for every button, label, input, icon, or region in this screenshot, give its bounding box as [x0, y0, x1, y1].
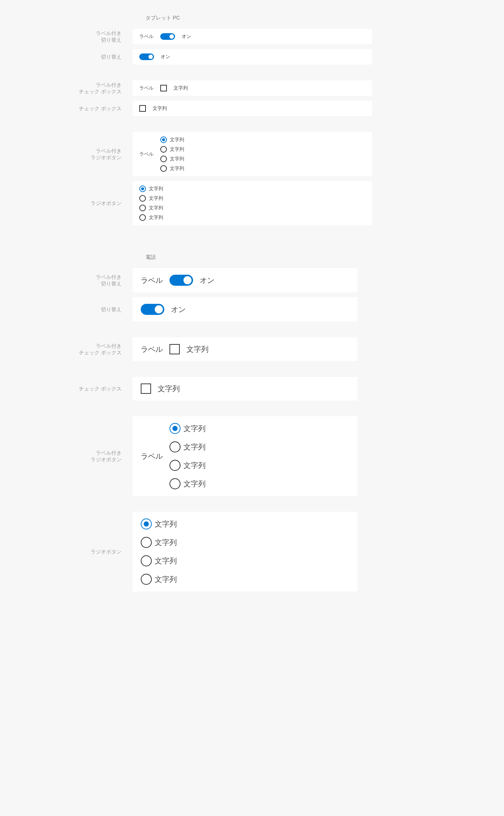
radio-option[interactable]: 文字列	[139, 195, 163, 202]
row-label: ラベル付き チェック ボックス	[0, 81, 133, 95]
radio-text: 文字列	[149, 195, 163, 202]
row-label: ラベル付き ラジオボタン	[0, 449, 133, 463]
row-labeled-radio-phone: ラベル付き ラジオボタン ラベル 文字列 文字列 文字列 文字列	[0, 416, 504, 496]
toggle-inner-label: ラベル	[141, 275, 163, 285]
radio-text: 文字列	[183, 424, 206, 434]
checkbox-text: 文字列	[158, 384, 180, 394]
radio-option[interactable]: 文字列	[160, 146, 184, 153]
radio-button[interactable]	[169, 460, 181, 471]
radio-text: 文字列	[155, 556, 177, 566]
card-radio: 文字列 文字列 文字列 文字列	[133, 512, 357, 591]
radio-option[interactable]: 文字列	[141, 574, 177, 585]
radio-option[interactable]: 文字列	[169, 478, 206, 489]
radio-button[interactable]	[139, 214, 146, 221]
toggle-switch[interactable]	[160, 33, 175, 40]
radio-group: 文字列 文字列 文字列 文字列	[160, 136, 184, 172]
checkbox[interactable]	[141, 383, 151, 394]
row-label: 切り替え	[0, 306, 133, 313]
row-label-line1: ラベル付き	[96, 82, 122, 88]
card-labeled-radio: ラベル 文字列 文字列 文字列 文字列	[133, 416, 357, 496]
radio-inner-label: ラベル	[139, 151, 154, 157]
radio-text: 文字列	[183, 461, 206, 470]
row-label: ラベル付き 切り替え	[0, 30, 133, 43]
radio-button[interactable]	[141, 555, 152, 566]
row-label: ラジオボタン	[0, 200, 133, 206]
radio-group: 文字列 文字列 文字列 文字列	[141, 518, 177, 585]
radio-option[interactable]: 文字列	[139, 214, 163, 221]
card-checkbox: 文字列	[133, 101, 372, 116]
radio-button[interactable]	[139, 185, 146, 192]
toggle-knob-icon	[183, 276, 192, 284]
row-label-line2: ラジオボタン	[0, 154, 122, 161]
row-checkbox-tablet: チェック ボックス 文字列	[0, 101, 504, 116]
row-label-line1: ラベル付き	[96, 343, 122, 349]
radio-option[interactable]: 文字列	[160, 165, 184, 172]
row-label: 切り替え	[0, 53, 133, 60]
card-labeled-radio: ラベル 文字列 文字列 文字列 文字列	[133, 132, 372, 176]
radio-option[interactable]: 文字列	[169, 423, 206, 434]
radio-button[interactable]	[160, 156, 167, 162]
card-radio: 文字列 文字列 文字列 文字列	[133, 181, 372, 225]
radio-button[interactable]	[141, 537, 152, 548]
radio-option[interactable]: 文字列	[141, 555, 177, 566]
section-header-phone: 電話	[146, 254, 504, 261]
row-label-line2: 切り替え	[0, 37, 122, 43]
row-label-line1: ラベル付き	[96, 30, 122, 36]
radio-button[interactable]	[141, 518, 152, 529]
row-labeled-checkbox-tablet: ラベル付き チェック ボックス ラベル 文字列	[0, 80, 504, 96]
checkbox[interactable]	[139, 105, 146, 112]
row-label: ラジオボタン	[0, 548, 133, 555]
toggle-switch[interactable]	[169, 275, 193, 286]
card-checkbox: 文字列	[133, 377, 357, 400]
card-labeled-checkbox: ラベル 文字列	[133, 337, 357, 361]
row-labeled-toggle-tablet: ラベル付き 切り替え ラベル オン	[0, 29, 504, 44]
row-toggle-tablet: 切り替え オン	[0, 49, 504, 65]
toggle-knob-icon	[169, 34, 174, 39]
toggle-inner-label: ラベル	[139, 33, 154, 40]
radio-text: 文字列	[170, 146, 184, 153]
radio-option[interactable]: 文字列	[139, 205, 163, 211]
radio-text: 文字列	[170, 156, 184, 162]
radio-button[interactable]	[169, 478, 181, 489]
checkbox[interactable]	[160, 85, 167, 91]
toggle-state-text: オン	[171, 305, 186, 315]
radio-button[interactable]	[160, 165, 167, 172]
radio-button[interactable]	[160, 136, 167, 143]
radio-dot-icon	[144, 521, 149, 527]
radio-dot-icon	[141, 187, 144, 190]
checkbox-inner-label: ラベル	[139, 85, 154, 91]
radio-text: 文字列	[170, 136, 184, 143]
radio-text: 文字列	[155, 574, 177, 584]
radio-button[interactable]	[141, 574, 152, 585]
checkbox[interactable]	[169, 344, 180, 354]
radio-option[interactable]: 文字列	[139, 185, 163, 192]
radio-option[interactable]: 文字列	[169, 460, 206, 471]
toggle-state-text: オン	[182, 33, 191, 40]
row-label: ラベル付き 切り替え	[0, 274, 133, 287]
radio-group: 文字列 文字列 文字列 文字列	[169, 423, 206, 489]
row-labeled-checkbox-phone: ラベル付き チェック ボックス ラベル 文字列	[0, 337, 504, 361]
toggle-switch[interactable]	[141, 304, 164, 315]
radio-option[interactable]: 文字列	[169, 441, 206, 452]
row-checkbox-phone: チェック ボックス 文字列	[0, 377, 504, 400]
toggle-knob-icon	[148, 55, 153, 59]
radio-button[interactable]	[169, 441, 181, 452]
row-radio-tablet: ラジオボタン 文字列 文字列 文字列 文字列	[0, 181, 504, 225]
radio-option[interactable]: 文字列	[160, 156, 184, 162]
radio-text: 文字列	[149, 185, 163, 192]
section-header-tablet: タブレット PC	[146, 15, 504, 21]
toggle-switch[interactable]	[139, 53, 154, 60]
toggle-state-text: オン	[200, 275, 214, 285]
card-labeled-toggle: ラベル オン	[133, 268, 357, 292]
radio-dot-icon	[162, 138, 165, 141]
radio-option[interactable]: 文字列	[160, 136, 184, 143]
radio-text: 文字列	[155, 519, 177, 529]
radio-option[interactable]: 文字列	[141, 537, 177, 548]
radio-group: 文字列 文字列 文字列 文字列	[139, 185, 163, 221]
row-label-line2: ラジオボタン	[0, 456, 122, 463]
radio-option[interactable]: 文字列	[141, 518, 177, 529]
radio-button[interactable]	[160, 146, 167, 153]
radio-button[interactable]	[139, 195, 146, 202]
radio-button[interactable]	[169, 423, 181, 434]
radio-button[interactable]	[139, 205, 146, 211]
